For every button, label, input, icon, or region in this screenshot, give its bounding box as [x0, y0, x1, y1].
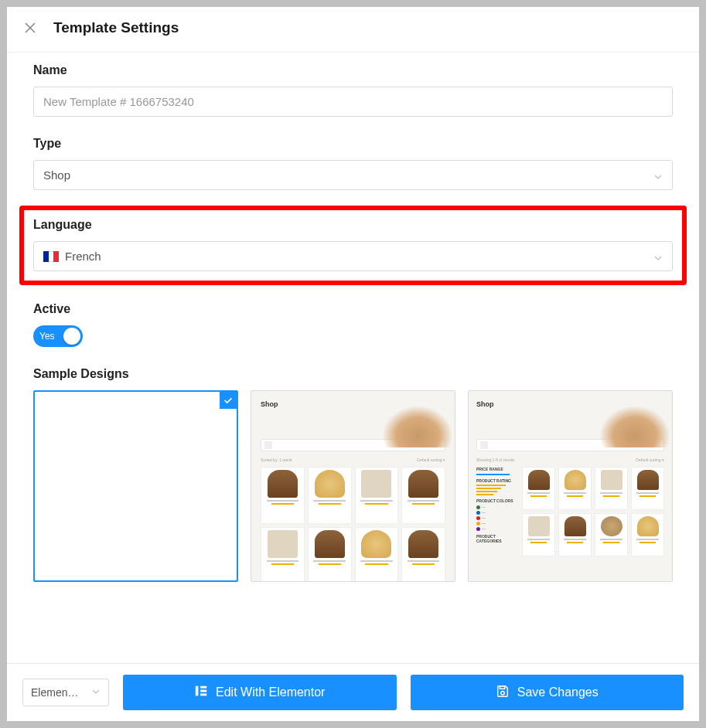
name-input[interactable]	[33, 87, 673, 117]
language-value: French	[65, 250, 101, 263]
design-card-shop-sidebar[interactable]: Shop Showing 1-9 of resultsDefault sorti…	[468, 390, 673, 582]
svg-rect-6	[500, 686, 504, 689]
check-icon	[220, 392, 237, 409]
panel-header: Template Settings	[7, 7, 699, 52]
language-label: Language	[33, 218, 673, 232]
flag-fr-icon	[43, 251, 59, 262]
sample-designs-label: Sample Designs	[33, 367, 673, 381]
type-label: Type	[33, 137, 673, 151]
close-icon[interactable]	[24, 22, 36, 34]
active-toggle[interactable]: Yes	[33, 325, 83, 347]
footer-bar: Elemen… Edit With Elementor Save Changes	[7, 663, 699, 721]
active-label: Active	[33, 302, 673, 316]
toggle-label: Yes	[39, 331, 55, 342]
editor-select-value: Elemen…	[31, 686, 78, 699]
page-title: Template Settings	[53, 19, 179, 36]
elementor-icon	[194, 684, 208, 701]
svg-rect-2	[196, 686, 199, 696]
edit-button-label: Edit With Elementor	[216, 685, 325, 699]
chevron-down-icon	[653, 171, 663, 180]
content-scroll[interactable]: Name Type Shop Language French	[7, 52, 699, 663]
language-select[interactable]: French	[33, 241, 673, 271]
svg-rect-4	[200, 690, 206, 692]
designs-row: Shop Sorted by: 1 resultDefault sorting …	[33, 390, 673, 582]
chevron-down-icon	[91, 686, 101, 699]
save-changes-button[interactable]: Save Changes	[411, 675, 684, 710]
type-value: Shop	[43, 168, 70, 182]
active-field: Active Yes	[33, 302, 673, 347]
edit-with-elementor-button[interactable]: Edit With Elementor	[123, 675, 397, 710]
svg-point-7	[501, 691, 505, 695]
template-settings-panel: Template Settings Name Type Shop Languag…	[7, 7, 699, 721]
save-button-label: Save Changes	[517, 685, 599, 699]
svg-rect-5	[200, 693, 206, 696]
svg-rect-3	[200, 686, 206, 689]
sample-designs-field: Sample Designs Shop Sorted by: 1 resultD…	[33, 367, 673, 582]
design-card-blank[interactable]	[33, 390, 238, 582]
name-label: Name	[33, 63, 673, 77]
chevron-down-icon	[653, 252, 663, 261]
design-card-shop-grid[interactable]: Shop Sorted by: 1 resultDefault sorting …	[251, 390, 455, 582]
toggle-knob	[63, 328, 80, 345]
save-icon	[496, 684, 510, 701]
editor-select[interactable]: Elemen…	[22, 679, 109, 706]
type-field: Type Shop	[33, 137, 673, 190]
type-select[interactable]: Shop	[33, 160, 673, 190]
name-field: Name	[33, 63, 673, 117]
language-highlight: Language French	[19, 206, 687, 285]
